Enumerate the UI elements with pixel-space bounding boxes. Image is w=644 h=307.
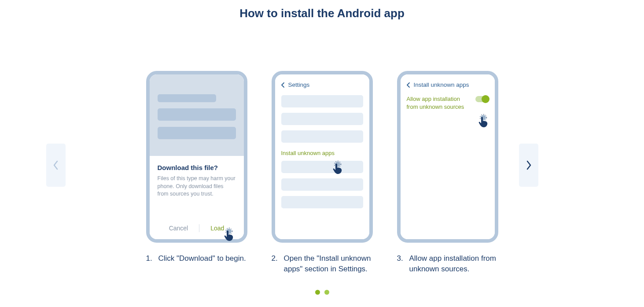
carousel-dots (0, 290, 644, 295)
phone-mockup-2: Settings Install unknown apps (272, 71, 373, 243)
tap-hand-icon (332, 161, 345, 176)
step-2: Settings Install unknown apps (272, 71, 373, 274)
step-number: 2. (272, 253, 279, 274)
phone2-header: Settings (275, 74, 369, 92)
phone1-background (150, 74, 244, 156)
allow-installation-label: Allow app installation from unknown sour… (407, 95, 473, 111)
step-3-caption: 3. Allow app installation from unknown s… (397, 253, 498, 274)
page-title: How to install the Android app (0, 7, 644, 20)
settings-row-placeholder (281, 113, 363, 125)
step-3: Install unknown apps Allow app installat… (397, 71, 498, 274)
phone3-header-text: Install unknown apps (414, 81, 469, 88)
allow-toggle (475, 96, 489, 102)
step-text: Allow app installation from unknown sour… (409, 253, 498, 274)
phone-mockup-1: Download this file? Files of this type m… (146, 71, 247, 243)
tap-hand-icon (224, 228, 236, 243)
placeholder-bar (158, 127, 236, 139)
chevron-left-icon (281, 82, 285, 88)
step-2-caption: 2. Open the "Install unknown apps" secti… (272, 253, 373, 274)
load-button: Load (210, 225, 224, 232)
divider (199, 224, 199, 232)
download-dialog-description: Files of this type may harm your phone. … (158, 175, 236, 198)
step-number: 1. (146, 253, 153, 264)
settings-row-placeholder (281, 95, 363, 107)
placeholder-bar (158, 108, 236, 121)
cancel-button: Cancel (169, 225, 188, 232)
steps-carousel: Download this file? Files of this type m… (0, 71, 644, 274)
step-text: Click "Download" to begin. (158, 253, 246, 264)
step-number: 3. (397, 253, 404, 274)
settings-row-placeholder (281, 178, 363, 191)
chevron-left-icon (407, 82, 410, 88)
install-unknown-apps-label: Install unknown apps (281, 148, 363, 161)
placeholder-bar (158, 94, 217, 102)
settings-row-placeholder (281, 196, 363, 208)
step-text: Open the "Install unknown apps" section … (284, 253, 373, 274)
step-1-caption: 1. Click "Download" to begin. (146, 253, 247, 264)
carousel-next-button[interactable] (519, 144, 538, 187)
tap-hand-icon (478, 114, 490, 129)
phone-mockup-3: Install unknown apps Allow app installat… (397, 71, 498, 243)
phone2-header-text: Settings (288, 81, 310, 88)
settings-row-placeholder (281, 161, 363, 173)
carousel-dot[interactable] (315, 290, 320, 295)
settings-row-placeholder (281, 130, 363, 143)
step-1: Download this file? Files of this type m… (146, 71, 247, 274)
carousel-dot[interactable] (324, 290, 329, 295)
carousel-prev-button[interactable] (46, 144, 66, 187)
chevron-left-icon (53, 160, 59, 170)
download-dialog-title: Download this file? (158, 164, 236, 171)
phone3-header: Install unknown apps (401, 74, 495, 92)
chevron-right-icon (526, 160, 532, 170)
